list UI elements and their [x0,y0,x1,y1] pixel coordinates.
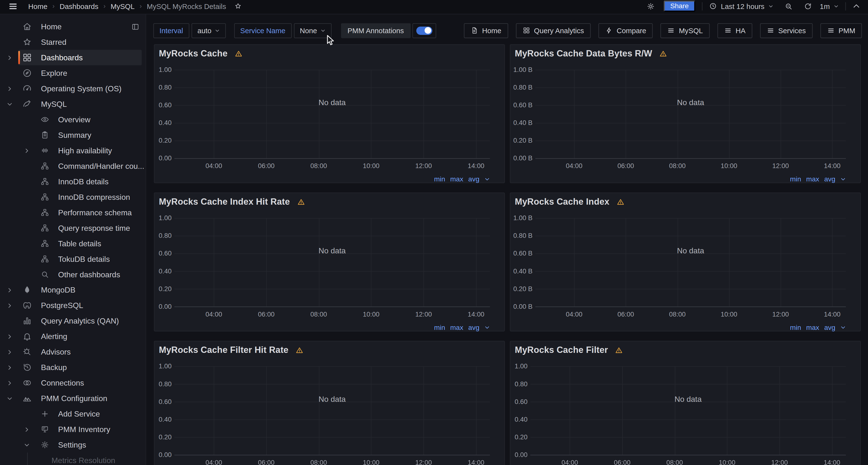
share-button[interactable]: Share [664,0,695,12]
refresh-interval-picker[interactable]: 1m [820,2,839,10]
dashboard-link-home[interactable]: Home [464,23,508,38]
panel-title[interactable]: MyRocks Cache Data Bytes R/W [515,49,652,59]
breadcrumb-item-dashboards[interactable]: Dashboards [60,2,98,10]
chevron-down-icon[interactable] [485,176,490,182]
collapse-topbar-chevron-up-icon[interactable] [852,2,860,10]
dashboard-link-compare[interactable]: Compare [598,23,653,38]
legend-item-max[interactable]: max [806,324,819,331]
sidebar-item-overview[interactable]: Overview [0,112,146,127]
sidebar-item-mysql[interactable]: MySQL [0,96,146,112]
grid-line-vertical [574,70,575,158]
chevron-right-icon[interactable] [6,55,12,61]
sidebar-item-pmm-inventory[interactable]: PMM Inventory [0,422,146,437]
sidebar-item-label: InnoDB compression [58,189,130,205]
sidebar-item-home[interactable]: Home [0,19,146,34]
panel-title[interactable]: MyRocks Cache Filter [515,345,608,355]
interval-dropdown[interactable]: auto [191,23,226,38]
pmm-annotations-toggle[interactable] [412,23,436,38]
sidebar-item-high-availability[interactable]: High availability [0,143,146,158]
legend-item-avg[interactable]: avg [824,324,835,331]
sidebar-item-other-dashboards[interactable]: Other dashboards [0,267,146,282]
chevron-right-icon[interactable] [24,147,30,154]
sidebar-item-operating-system-os[interactable]: Operating System (OS) [0,81,146,96]
refresh-icon[interactable] [804,2,812,10]
dashboard-link-query-analytics[interactable]: Query Analytics [516,23,591,38]
legend-item-avg[interactable]: avg [468,324,479,331]
warning-icon[interactable] [615,346,623,354]
warning-icon[interactable] [617,198,624,206]
chevron-right-icon[interactable] [6,364,12,370]
hamburger-menu-icon[interactable] [8,1,18,11]
sidebar-item-postgresql[interactable]: PostgreSQL [0,298,146,313]
chevron-down-icon[interactable] [840,176,846,182]
sidebar-item-mongodb[interactable]: MongoDB [0,282,146,298]
sidebar-item-query-response-time[interactable]: Query response time [0,220,146,236]
legend-item-min[interactable]: min [790,324,801,331]
panel-title[interactable]: MyRocks Cache [159,49,227,59]
chevron-right-icon[interactable] [24,426,30,432]
legend-item-max[interactable]: max [450,324,463,331]
sidebar-item-starred[interactable]: Starred [0,34,146,50]
sidebar-item-table-details[interactable]: Table details [0,236,146,251]
legend-item-min[interactable]: min [434,324,445,331]
chevron-down-icon[interactable] [6,101,12,107]
warning-icon[interactable] [297,198,305,206]
dashboard-link-pmm[interactable]: PMM [820,23,862,38]
sidebar-item-query-analytics-qan[interactable]: Query Analytics (QAN) [0,313,146,329]
dashboard-link-ha[interactable]: HA [717,23,752,38]
sidebar-item-innodb-compression[interactable]: InnoDB compression [0,189,146,205]
panel-title[interactable]: MyRocks Cache Index Hit Rate [159,197,290,207]
toggle-switch-on[interactable] [416,26,432,35]
sidebar-item-explore[interactable]: Explore [0,65,146,81]
dashboard-link-mysql[interactable]: MySQL [660,23,710,38]
chevron-down-icon[interactable] [840,325,846,330]
warning-icon[interactable] [296,346,303,354]
chevron-down-icon[interactable] [24,442,30,448]
sidebar-item-settings[interactable]: Settings [0,437,146,453]
grid-line-vertical [622,366,623,455]
panel-title[interactable]: MyRocks Cache Filter Hit Rate [159,345,289,355]
warning-icon[interactable] [659,50,667,58]
sidebar-item-add-service[interactable]: Add Service [0,406,146,422]
dock-panel-icon[interactable] [131,23,140,31]
legend-item-avg[interactable]: avg [468,175,479,183]
favorite-star-icon[interactable] [234,2,242,10]
legend-item-avg[interactable]: avg [824,175,835,183]
chevron-down-icon[interactable] [6,395,12,401]
x-axis-tick: 10:00 [363,162,379,170]
sidebar-item-dashboards[interactable]: Dashboards [0,50,146,65]
legend-item-min[interactable]: min [434,175,445,183]
breadcrumb-item-home[interactable]: Home [28,2,48,10]
sidebar-item-performance-schema[interactable]: Performance schema [0,205,146,220]
sidebar-item-command-handler-cou[interactable]: Command/Handler cou... [0,158,146,174]
sidebar-item-advisors[interactable]: Advisors [0,344,146,360]
service-name-dropdown[interactable]: None [294,23,332,38]
warning-icon[interactable] [235,50,243,58]
time-range-picker[interactable]: Last 12 hours [709,2,773,10]
chevron-down-icon[interactable] [485,325,490,330]
legend-item-min[interactable]: min [790,175,801,183]
sidebar-item-backup[interactable]: Backup [0,360,146,375]
sidebar-item-connections[interactable]: Connections [0,375,146,391]
sidebar-item-tokudb-details[interactable]: TokuDB details [0,251,146,267]
chevron-right-icon[interactable] [6,287,12,293]
grid-line-vertical [832,70,833,158]
dashboard-link-services[interactable]: Services [760,23,812,38]
grid-line-vertical [371,218,372,307]
chevron-right-icon[interactable] [6,380,12,386]
chevron-right-icon[interactable] [6,86,12,92]
zoom-out-icon[interactable] [784,2,793,10]
legend-item-max[interactable]: max [806,175,819,183]
sidebar-item-alerting[interactable]: Alerting [0,329,146,344]
sidebar-item-metrics-resolution[interactable]: Metrics Resolution [0,453,146,465]
panel-title[interactable]: MyRocks Cache Index [515,197,610,207]
chevron-right-icon[interactable] [6,349,12,355]
chevron-right-icon[interactable] [6,302,12,308]
sidebar-item-innodb-details[interactable]: InnoDB details [0,174,146,189]
sidebar-item-summary[interactable]: Summary [0,127,146,143]
sidebar-item-pmm-configuration[interactable]: PMM Configuration [0,391,146,406]
breadcrumb-item-mysql[interactable]: MySQL [111,2,134,10]
dashboard-settings-gear-icon[interactable] [647,2,655,10]
chevron-right-icon[interactable] [6,333,12,339]
legend-item-max[interactable]: max [450,175,463,183]
